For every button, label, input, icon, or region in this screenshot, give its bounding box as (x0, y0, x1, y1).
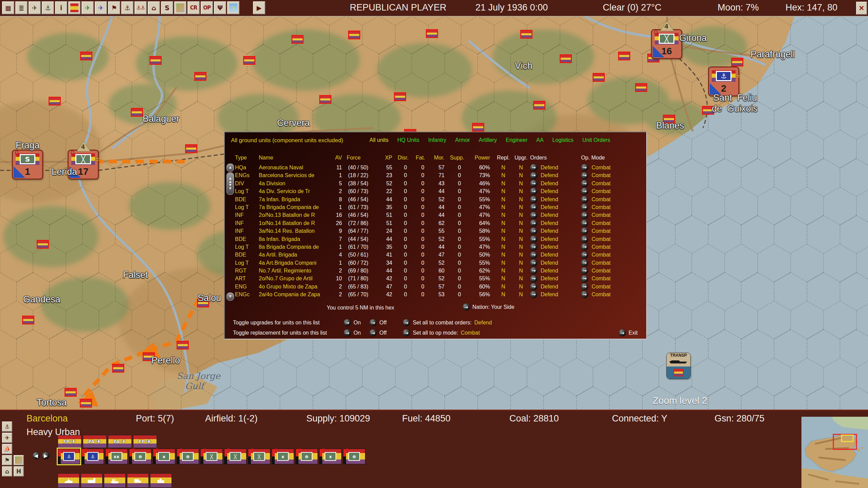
cell-type[interactable]: HQa (235, 164, 259, 171)
list-scrollbar[interactable]: ▲ ▲▲▼▼ ▼ (227, 164, 233, 301)
orders-arrow-icon[interactable]: → (530, 291, 537, 298)
orders-arrow-icon[interactable]: → (530, 180, 537, 187)
air-unit-counter[interactable]: PA✈ (108, 435, 132, 448)
replacement-on-icon[interactable]: → (344, 329, 351, 336)
opmode-arrow-icon[interactable]: → (581, 267, 588, 274)
cell-type[interactable]: ART (235, 275, 259, 282)
upgrades-on-icon[interactable]: → (344, 319, 351, 326)
opmode-cell[interactable]: →Combat (581, 290, 629, 298)
cell-repl[interactable]: N (495, 211, 512, 219)
cell-upgr[interactable]: N (512, 235, 530, 243)
opmode-cell[interactable]: →Combat (581, 227, 629, 235)
cell-repl[interactable]: N (495, 251, 512, 259)
cell-name[interactable]: 8a Infan. Brigada (259, 235, 332, 243)
cell-name[interactable]: 4a Div. Servicio de Tr (259, 187, 332, 195)
orders-cell[interactable]: →Defend (530, 290, 581, 298)
opmode-arrow-icon[interactable]: → (581, 243, 588, 250)
cell-type[interactable]: ENGs (235, 171, 259, 179)
cell-name[interactable]: 7a Infan. Brigada (259, 195, 332, 203)
air-unit-icon[interactable]: ✈ (29, 1, 41, 14)
ground-unit-counter[interactable]: ⊛∩ (129, 449, 151, 464)
supply-icon[interactable]: S (161, 1, 173, 14)
flag-icon[interactable]: ⚑ (2, 455, 12, 465)
cell-upgr[interactable]: N (512, 187, 530, 195)
cell-name[interactable]: 1o/No.14 Batallon de R (259, 219, 332, 227)
opmode-cell[interactable]: →Combat (581, 211, 629, 219)
cell-type[interactable]: INF (235, 227, 259, 235)
cell-upgr[interactable]: N (512, 227, 530, 235)
cell-name[interactable]: Barcelona Servicios de (259, 171, 332, 179)
ground-unit-counter[interactable]: ╳∩ (224, 449, 247, 464)
city-icon[interactable] (150, 473, 172, 488)
cell-upgr[interactable]: N (512, 267, 530, 275)
set-opmode-icon[interactable]: → (403, 329, 410, 336)
exit-button[interactable]: → Exit (619, 329, 638, 336)
opmode-arrow-icon[interactable]: → (581, 220, 588, 227)
ground-unit-counter[interactable]: ╳∩ (248, 449, 270, 464)
orders-cell[interactable]: →Defend (530, 267, 581, 275)
cell-type[interactable]: BDE (235, 195, 259, 203)
orders-arrow-icon[interactable]: → (530, 164, 537, 171)
air-unit-counter[interactable]: FP✈ (58, 435, 82, 448)
tab-all-units[interactable]: All units (369, 137, 388, 143)
cell-name[interactable]: 4a Art.Brigada Compani (259, 259, 332, 267)
orders-arrow-icon[interactable]: → (530, 283, 537, 290)
opmode-cell[interactable]: →Combat (581, 187, 629, 195)
orders-cell[interactable]: →Defend (530, 180, 581, 187)
anchor-icon[interactable]: ⚓ (2, 421, 12, 432)
cell-upgr[interactable]: N (512, 171, 530, 179)
operations-icon[interactable]: OP (201, 1, 213, 14)
cell-type[interactable]: Log T (235, 187, 259, 195)
cell-repl[interactable]: N (495, 171, 512, 179)
cell-upgr[interactable]: N (512, 283, 530, 290)
air-transfer-icon[interactable]: ✈ (82, 1, 94, 14)
ground-unit-counter[interactable]: ⊛∩ (343, 449, 365, 464)
opmode-arrow-icon[interactable]: → (581, 236, 588, 243)
jump-map-icon[interactable] (14, 455, 24, 465)
objective-flag-icon[interactable]: ⚑ (108, 1, 120, 14)
next-unit-icon[interactable]: ▶ (42, 452, 49, 459)
cell-type[interactable]: BDE (235, 235, 259, 243)
ground-unit-counter[interactable]: ⊛∩ (295, 449, 318, 464)
cycle-arrow-icon[interactable]: → (463, 303, 470, 311)
cell-type[interactable]: BDE (235, 251, 259, 259)
ground-unit-counter[interactable]: ⚓ (58, 449, 80, 464)
cell-upgr[interactable]: N (512, 259, 530, 267)
unit-counter-fraga[interactable]: S1∩ (12, 150, 43, 179)
orders-cell[interactable]: →Defend (530, 203, 581, 211)
cell-name[interactable]: 4a Artil. Brigada (259, 251, 332, 259)
tab-infantry[interactable]: Infantry (428, 137, 446, 143)
nation-filter[interactable]: → Nation: Your Side (463, 303, 514, 311)
cell-name[interactable]: 7a Brigada Compania de (259, 203, 332, 211)
cell-upgr[interactable]: N (512, 180, 530, 187)
ship-icon[interactable]: ⚓ (121, 1, 133, 14)
ground-unit-counter[interactable]: x∩ (153, 449, 175, 464)
ground-unit-counter[interactable]: ⚓∩ (82, 449, 104, 464)
opmode-cell[interactable]: →Combat (581, 275, 629, 282)
orders-cell[interactable]: →Defend (530, 251, 581, 259)
orders-arrow-icon[interactable]: → (530, 212, 537, 219)
close-icon[interactable]: ✕ (856, 2, 867, 15)
opmode-arrow-icon[interactable]: → (581, 291, 588, 298)
cell-type[interactable]: DIV (235, 180, 259, 187)
opmode-cell[interactable]: →Combat (581, 171, 629, 179)
tab-armor[interactable]: Armor (455, 137, 470, 143)
weather-icon[interactable]: ☼ (227, 1, 239, 14)
cell-repl[interactable]: N (495, 259, 512, 267)
cell-repl[interactable]: N (495, 187, 512, 195)
cell-upgr[interactable]: N (512, 275, 530, 282)
orders-cell[interactable]: →Defend (530, 259, 581, 267)
tab-hq-units[interactable]: HQ Units (397, 137, 419, 143)
cell-repl[interactable]: N (495, 275, 512, 282)
factory-icon[interactable]: ⌂ (2, 466, 12, 476)
ship-icon[interactable]: ⛵ (2, 444, 12, 454)
cell-name[interactable]: 4a Division (259, 180, 332, 187)
orders-arrow-icon[interactable]: → (530, 196, 537, 203)
opmode-cell[interactable]: →Combat (581, 180, 629, 187)
opmode-cell[interactable]: →Combat (581, 259, 629, 267)
cell-repl[interactable]: N (495, 235, 512, 243)
orders-arrow-icon[interactable]: → (530, 204, 537, 211)
cell-repl[interactable]: N (495, 219, 512, 227)
cell-upgr[interactable]: N (512, 195, 530, 203)
cell-upgr[interactable]: N (512, 251, 530, 259)
